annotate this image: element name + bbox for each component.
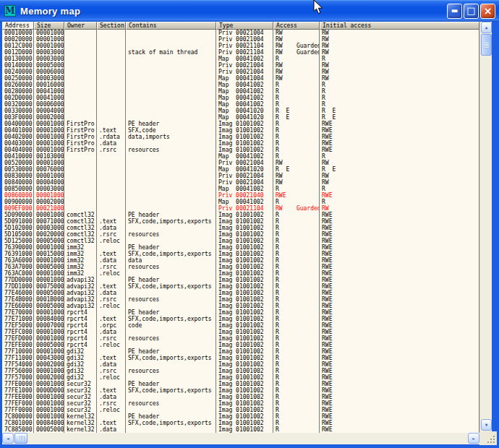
table-row[interactable]: 0053000000076000Map 00041020R ER E [2, 166, 479, 173]
table-row[interactable]: 0013000000003000Map 00041002RR [2, 56, 479, 62]
cell-section: .data [97, 257, 126, 264]
table-row[interactable]: 77E7000000001000rpcrt4PE headerImag 0100… [2, 309, 479, 316]
table-row[interactable]: 5D09000000001000comctl32PE headerImag 01… [2, 212, 479, 218]
table-row[interactable]: 0024000000006000Priv 00021004RWRW [2, 69, 479, 75]
table-row[interactable]: 77FE000000001000secur32PE headerImag 010… [2, 381, 479, 387]
cell-type: Map 00041002 [216, 88, 273, 95]
table-row[interactable]: 763A600000001000imm32.datadataImag 01001… [2, 257, 479, 264]
column-header-owner[interactable]: Owner [64, 22, 97, 30]
cell-contains: PE header [126, 348, 216, 355]
table-row[interactable]: 0026000000016000Map 00041002RR [2, 82, 479, 88]
table-row[interactable]: 5D09100000071000comctl32.textSFX,code,im… [2, 218, 479, 225]
table-row[interactable]: 0012D00000003000stack of main threadPriv… [2, 49, 479, 56]
cell-initial_access: RWE [320, 212, 479, 218]
cell-access: R [273, 257, 320, 264]
table-row[interactable]: 0052000000001000Priv 00021004RWRW [2, 160, 479, 166]
table-row[interactable]: 7C88500000005000kernel32.dataImag 010010… [2, 426, 479, 433]
table-row[interactable]: 7639000000001000imm32PE headerImag 01001… [2, 244, 479, 251]
table-row[interactable]: 77E4B0000001B000advapi32.rsrcresourcesIm… [2, 296, 479, 303]
table-row[interactable]: 003F000000002000Map 00041020R ER E [2, 114, 479, 121]
table-row[interactable]: 0040200000001000FirstPro.rdatadata,impor… [2, 134, 479, 140]
column-header-access[interactable]: Access [273, 22, 320, 30]
table-row[interactable]: 77EFD00000001000rpcrt4.rsrcresourcesImag… [2, 335, 479, 342]
minimize-button[interactable]: ▬ [447, 4, 462, 19]
table-row[interactable]: 0012C00000001000Priv 00021104RW GuardedR… [2, 43, 479, 49]
cell-section [97, 199, 126, 205]
table-row[interactable]: 0040300000001000FirstPro.dataImag 010010… [2, 140, 479, 147]
column-header-initial_access[interactable]: Initial access [320, 22, 479, 30]
table-row[interactable]: 0040100000001000FirstPro.textSFX,codeIma… [2, 127, 479, 134]
table-row[interactable]: 0084000000004000Priv 00021004RWRW [2, 179, 479, 186]
column-header-section[interactable]: Section [97, 22, 126, 30]
table-row[interactable]: 0090000000002000Map 00041002RR [2, 199, 479, 205]
table-row[interactable]: 77EF500000007000rpcrt4.orpccodeImag 0100… [2, 322, 479, 329]
column-header-type[interactable]: Type [216, 22, 273, 30]
table-row[interactable]: 77F5700000002000gdi32.relocImag 01001002… [2, 374, 479, 381]
table-row[interactable]: 77DD000000001000advapi32PE headerImag 01… [2, 277, 479, 283]
table-row[interactable]: 77E7100000084000rpcrt4.textSFX,code,impo… [2, 316, 479, 322]
scroll-left-button[interactable]: ◄ [2, 433, 14, 444]
cell-type: Imag 01001002 [216, 251, 273, 257]
vertical-scrollbar[interactable]: ▲ ▼ [479, 22, 492, 431]
cell-owner [64, 49, 97, 56]
table-row[interactable]: 7C80100000084000kernel32.textSFX,code,im… [2, 420, 479, 426]
cell-contains: resources [126, 368, 216, 374]
vertical-scrollbar-thumb[interactable] [481, 34, 492, 56]
table-row[interactable]: 77F1100000043000gdi32.textSFX,code,impor… [2, 355, 479, 361]
resize-grip[interactable] [479, 431, 497, 445]
column-header-size[interactable]: Size [34, 22, 64, 30]
table-row[interactable]: 77F5400000002000gdi32.dataImag 01001002R… [2, 361, 479, 368]
column-header-contains[interactable]: Contains [126, 22, 216, 30]
table-row[interactable]: 7639100000015000imm32.textSFX,code,impor… [2, 251, 479, 257]
table-row[interactable]: 763A700000005000imm32.rsrcresourcesImag … [2, 264, 479, 270]
table-row[interactable]: 0041000000103000Map 00041002RR [2, 153, 479, 160]
cell-contains: resources [126, 335, 216, 342]
cell-contains: PE header [126, 309, 216, 316]
cell-address: 77EFE000 [2, 342, 34, 348]
table-row[interactable]: 0002000000001000Priv 00021004RWRW [2, 36, 479, 43]
table-row[interactable]: 77EFE00000005000rpcrt4.relocImag 0100100… [2, 342, 479, 348]
table-row[interactable]: 0025000000003000Map 00041004RWRW [2, 75, 479, 82]
scroll-up-button[interactable]: ▲ [481, 22, 492, 33]
table-row[interactable]: 77FEE00000001000secur32.dataImag 0100100… [2, 394, 479, 400]
horizontal-scrollbar-thumb[interactable] [14, 433, 27, 444]
table-row[interactable]: 0040000000001000FirstProPE headerImag 01… [2, 121, 479, 127]
table-row[interactable]: 7C80000000001000kernel32PE headerImag 01… [2, 413, 479, 420]
maximize-button[interactable]: □ [464, 4, 479, 19]
column-header-address[interactable]: Address [2, 22, 34, 30]
table-row[interactable]: 009EF00000021000Priv 00021104RW GuardedR… [2, 205, 479, 212]
table-row[interactable]: 002D000000041000Map 00041002RR [2, 95, 479, 101]
table-row[interactable]: 0028000000041000Map 00041002RR [2, 88, 479, 95]
memory-map-icon[interactable]: M [4, 5, 16, 17]
table-row[interactable]: 0014000000005000Priv 00021004RWRW [2, 62, 479, 69]
table-row[interactable]: 0033000000004000Map 00041020R ER E [2, 108, 479, 114]
scroll-right-button[interactable]: ► [468, 433, 479, 444]
window-titlebar[interactable]: M Memory map ▬ □ × [0, 0, 499, 22]
horizontal-scrollbar[interactable]: ◄ ► [2, 433, 479, 444]
table-row[interactable]: 0001000000001000Priv 00021004RWRW [2, 30, 479, 36]
cell-section [97, 30, 126, 36]
table-row[interactable]: 5D10500000020000comctl32.rsrcresourcesIm… [2, 231, 479, 238]
table-row[interactable]: 77F1000000001000gdi32PE headerImag 01001… [2, 348, 479, 355]
table-row[interactable]: 5D12500000005000comctl32.relocImag 01001… [2, 238, 479, 244]
close-button[interactable]: × [480, 4, 495, 19]
cell-access: R [273, 251, 320, 257]
table-row[interactable]: 0085000000003000Map 00041002RR [2, 186, 479, 192]
table-row[interactable]: 77DD100000075000advapi32.textSFX,code,im… [2, 283, 479, 290]
table-row[interactable]: 77FF000000001000secur32.relocImag 010010… [2, 407, 479, 413]
cell-section: .text [97, 127, 126, 134]
table-row[interactable]: 77E4600000005000advapi32.dataImag 010010… [2, 290, 479, 296]
table-row[interactable]: 0040400000001000FirstPro.rsrcresourcesIm… [2, 147, 479, 153]
table-row[interactable]: 77EFC00000001000rpcrt4.dataImag 01001002… [2, 329, 479, 335]
table-row[interactable]: 5D10200000003000comctl32.dataImag 010010… [2, 225, 479, 231]
table-row[interactable]: 77FE10000000D000secur32.textSFX,code,imp… [2, 387, 479, 394]
table-row[interactable]: 0086000000001000Priv 00021040RWERWE [2, 192, 479, 199]
table-row[interactable]: 0032000000006000Map 00041002RR [2, 101, 479, 108]
table-row[interactable]: 763AC00000001000imm32.relocImag 01001002… [2, 270, 479, 277]
table-row[interactable]: 0083000000001000Priv 00021004RWRW [2, 173, 479, 179]
table-row[interactable]: 77F5600000001000gdi32.rsrcresourcesImag … [2, 368, 479, 374]
table-row[interactable]: 77E6600000005000advapi32.relocImag 01001… [2, 303, 479, 309]
scroll-down-button[interactable]: ▼ [481, 419, 492, 431]
table-row[interactable]: 77FEF00000001000secur32.rsrcresourcesIma… [2, 400, 479, 407]
cell-size: 00002000 [34, 114, 64, 121]
